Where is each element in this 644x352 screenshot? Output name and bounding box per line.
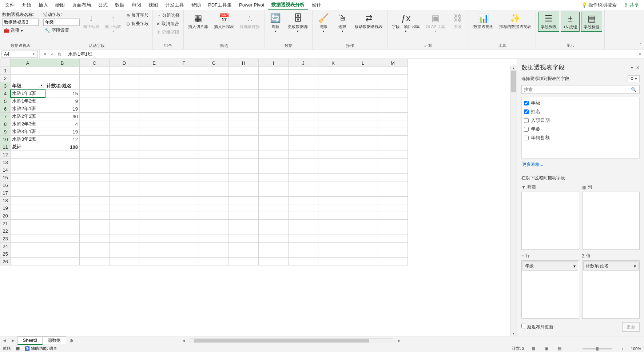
cell-A20[interactable] — [11, 212, 45, 220]
row-header-4[interactable]: 4 — [0, 90, 11, 97]
cell-J2[interactable] — [289, 75, 318, 82]
row-header-19[interactable]: 19 — [0, 204, 11, 212]
cell-J9[interactable] — [289, 128, 318, 136]
cell-G13[interactable] — [199, 159, 229, 166]
cell-E7[interactable] — [139, 113, 169, 120]
cell-A5[interactable]: 水浒1年2班 — [11, 97, 45, 105]
cell-L5[interactable] — [348, 97, 378, 105]
cell-I12[interactable] — [259, 151, 289, 159]
cell-C5[interactable] — [80, 97, 110, 105]
menu-视图[interactable]: 视图 — [145, 0, 162, 10]
cell-C19[interactable] — [80, 204, 110, 212]
cell-H7[interactable] — [229, 113, 259, 120]
cell-D12[interactable] — [110, 151, 139, 159]
cell-L25[interactable] — [348, 250, 378, 258]
cell-D21[interactable] — [110, 220, 139, 227]
cell-J3[interactable] — [289, 82, 318, 90]
collapse-ribbon-button[interactable]: ˄ — [640, 43, 642, 48]
cell-E8[interactable] — [139, 120, 169, 128]
field-checkbox-入职日期[interactable] — [524, 118, 529, 123]
cell-H15[interactable] — [229, 174, 259, 181]
cell-B5[interactable]: 9 — [45, 97, 80, 105]
cell-K3[interactable] — [318, 82, 348, 90]
cell-K9[interactable] — [318, 128, 348, 136]
cell-A11[interactable]: 总计 — [11, 143, 45, 151]
cell-C25[interactable] — [80, 250, 110, 258]
cell-J14[interactable] — [289, 166, 318, 174]
cell-G1[interactable] — [199, 67, 229, 75]
cell-B10[interactable]: 12 — [45, 136, 80, 143]
cell-L12[interactable] — [348, 151, 378, 159]
cell-H14[interactable] — [229, 166, 259, 174]
cell-L24[interactable] — [348, 243, 378, 250]
cell-L3[interactable] — [348, 82, 378, 90]
scroll-down-button[interactable]: ▾ — [510, 332, 517, 336]
field-checkbox-年级[interactable] — [524, 101, 529, 105]
cell-F13[interactable] — [169, 159, 199, 166]
cell-J17[interactable] — [289, 189, 318, 197]
cell-D23[interactable] — [110, 235, 139, 243]
active-field-input[interactable] — [43, 19, 80, 26]
col-header-G[interactable]: G — [199, 59, 229, 67]
cell-J10[interactable] — [289, 136, 318, 143]
cell-E2[interactable] — [139, 75, 169, 82]
formula-input[interactable]: 水浒1年1班 — [65, 50, 636, 58]
filter-area[interactable] — [521, 192, 579, 250]
field-list-toggle[interactable]: ☰字段列表 — [538, 12, 559, 32]
cell-H1[interactable] — [229, 67, 259, 75]
options-button[interactable]: 🧰 选项 ▾ — [2, 27, 39, 34]
cell-L15[interactable] — [348, 174, 378, 181]
cell-B9[interactable]: 19 — [45, 128, 80, 136]
cell-F17[interactable] — [169, 189, 199, 197]
row-header-18[interactable]: 18 — [0, 197, 11, 204]
row-header-26[interactable]: 26 — [0, 258, 11, 265]
cell-K11[interactable] — [318, 143, 348, 151]
select-all-corner[interactable] — [0, 59, 11, 67]
cell-G6[interactable] — [199, 105, 229, 113]
cell-E5[interactable] — [139, 97, 169, 105]
cell-F3[interactable] — [169, 82, 199, 90]
cell-E18[interactable] — [139, 197, 169, 204]
cell-J26[interactable] — [289, 258, 318, 265]
cell-M24[interactable] — [378, 243, 408, 250]
menu-帮助[interactable]: 帮助 — [188, 0, 204, 10]
cell-C13[interactable] — [80, 159, 110, 166]
fx-button[interactable]: fx — [58, 52, 61, 57]
sheet-nav-prev[interactable]: ◀ — [0, 338, 9, 343]
cell-J13[interactable] — [289, 159, 318, 166]
cell-I3[interactable] — [259, 82, 289, 90]
cell-M3[interactable] — [378, 82, 408, 90]
menu-数据透视表分析[interactable]: 数据透视表分析 — [268, 0, 308, 10]
col-header-A[interactable]: A — [11, 59, 45, 67]
cell-H13[interactable] — [229, 159, 259, 166]
cell-C23[interactable] — [80, 235, 110, 243]
recommended-pivot-button[interactable]: ✨推荐的数据透视表 — [497, 12, 533, 31]
cell-A7[interactable]: 水浒2年2班 — [11, 113, 45, 120]
zoom-out-button[interactable]: − — [569, 347, 575, 351]
col-header-H[interactable]: H — [229, 59, 259, 67]
cell-M19[interactable] — [378, 204, 408, 212]
row-header-14[interactable]: 14 — [0, 166, 11, 174]
col-header-E[interactable]: E — [139, 59, 169, 67]
cell-E25[interactable] — [139, 250, 169, 258]
hscroll-left[interactable]: ◀ — [180, 339, 187, 343]
cell-B18[interactable] — [45, 197, 80, 204]
cell-E11[interactable] — [139, 143, 169, 151]
cell-B12[interactable] — [45, 151, 80, 159]
cell-G7[interactable] — [199, 113, 229, 120]
col-header-B[interactable]: B — [45, 59, 80, 67]
cell-B17[interactable] — [45, 189, 80, 197]
cell-I1[interactable] — [259, 67, 289, 75]
share-button[interactable]: ⇪ 共享 — [620, 0, 643, 10]
rows-area[interactable]: 年级▾ — [521, 260, 579, 319]
cell-K7[interactable] — [318, 113, 348, 120]
cell-B1[interactable] — [45, 67, 80, 75]
cell-M6[interactable] — [378, 105, 408, 113]
pane-dropdown-button[interactable]: ▾ — [631, 65, 633, 70]
sheet-nav-next[interactable]: ▶ — [9, 338, 17, 343]
cell-F19[interactable] — [169, 204, 199, 212]
cell-G17[interactable] — [199, 189, 229, 197]
cell-F23[interactable] — [169, 235, 199, 243]
menu-审阅[interactable]: 审阅 — [128, 0, 145, 10]
field-checkbox-姓名[interactable] — [524, 109, 529, 114]
